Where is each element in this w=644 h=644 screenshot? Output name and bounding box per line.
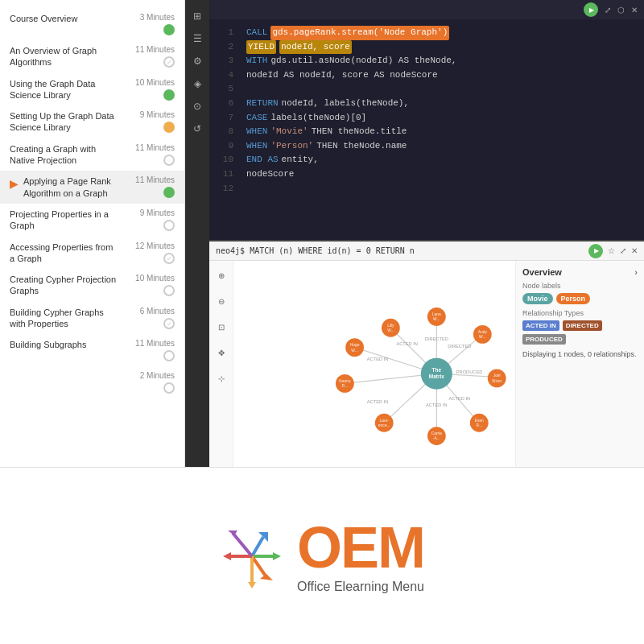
sidebar-item-graph-algorithms[interactable]: An Overview of Graph Algorithms 11 Minut…	[0, 40, 184, 73]
course-item-left: Creating a Graph with Native Projection	[10, 143, 118, 167]
toolbar-icon-4[interactable]: ◈	[189, 76, 205, 92]
graph-tool-select[interactable]: ⊹	[213, 370, 229, 386]
svg-point-35	[470, 414, 489, 432]
graph-overview-panel: Overview › Node labels Movie Person Rela…	[515, 261, 644, 467]
graph-tool-pan[interactable]: ✥	[213, 345, 229, 361]
graph-run-btn[interactable]	[588, 244, 603, 258]
course-item-right: 11 Minutes	[118, 45, 175, 68]
svg-point-32	[427, 427, 446, 445]
svg-text:R...: R...	[476, 423, 482, 427]
svg-text:-A...: -A...	[433, 436, 440, 440]
course-item-right: 9 Minutes	[118, 208, 175, 231]
sidebar-item-graph-data-science[interactable]: Using the Graph Data Science Library 10 …	[0, 73, 184, 106]
course-item-left: Course Overview	[10, 13, 118, 24]
svg-point-38	[488, 369, 506, 388]
course-item-title: Building Cypher Graphs with Properties	[10, 307, 118, 330]
sidebar-item-setting-up[interactable]: Setting Up the Graph Data Science Librar…	[0, 105, 184, 138]
svg-text:ACTED IN: ACTED IN	[396, 341, 418, 346]
graph-star-icon[interactable]: ☆	[608, 246, 615, 255]
svg-text:ACTED IN: ACTED IN	[426, 402, 448, 407]
code-maximize-btn[interactable]: ⤢	[605, 6, 611, 14]
line-number: 6	[219, 97, 233, 111]
code-token: entity,	[282, 153, 319, 167]
sidebar-item-accessing-properties[interactable]: Accessing Properties from a Graph 12 Min…	[0, 237, 184, 270]
sidebar-item-page-rank[interactable]: ▶ Applying a Page Rank Algorithm on a Gr…	[0, 171, 184, 204]
toolbar-icon-3[interactable]: ⚙	[189, 53, 205, 69]
course-duration: 11 Minutes	[135, 143, 175, 152]
svg-point-23	[345, 338, 364, 357]
course-item-left: Setting Up the Graph Data Science Librar…	[10, 110, 118, 134]
svg-text:Carrie: Carrie	[431, 431, 443, 436]
graph-tool-zoom-out[interactable]: ⊖	[213, 293, 229, 309]
movie-label-badge[interactable]: Movie	[522, 293, 553, 304]
toolbar-icon-6[interactable]: ↺	[189, 121, 205, 137]
overview-expand-btn[interactable]: ›	[634, 267, 638, 277]
line-number: 7	[219, 111, 233, 126]
toolbar-icon-5[interactable]: ⊙	[189, 98, 205, 114]
graph-query-bar: neo4j$ MATCH (n) WHERE id(n) = 0 RETURN …	[216, 246, 588, 255]
toolbar-icon-1[interactable]: ⊞	[189, 8, 205, 24]
run-query-button[interactable]	[584, 2, 598, 17]
code-line-5: 5	[219, 82, 634, 97]
toolbar-icon-2[interactable]: ☰	[189, 31, 205, 47]
sidebar-item-last-item[interactable]: 2 Minutes	[0, 366, 184, 398]
course-duration: 2 Minutes	[140, 371, 175, 380]
code-line-8: 8 WHEN 'Movie' THEN theNode.title	[219, 125, 634, 139]
course-item-left: Creating Cypher Projection Graphs	[10, 274, 118, 297]
status-dot	[163, 318, 175, 329]
course-duration: 11 Minutes	[135, 175, 175, 184]
svg-text:ACTED IN: ACTED IN	[367, 399, 389, 404]
course-item-left: Building Subgraphs	[10, 339, 118, 350]
code-token: nodeId AS nodeId, score AS nodeScore	[246, 68, 438, 83]
svg-text:Evan: Evan	[475, 419, 484, 423]
produced-badge[interactable]: PRODUCED	[522, 334, 566, 345]
code-token: CALL	[246, 26, 267, 40]
graph-close-icon[interactable]: ✕	[631, 246, 638, 255]
svg-marker-55	[223, 552, 231, 560]
status-dot	[163, 253, 175, 264]
node-labels: Movie Person	[522, 293, 638, 304]
code-token: WHEN	[246, 139, 267, 154]
code-token: YIELD	[246, 40, 276, 55]
code-expand-btn[interactable]: ⬡	[617, 6, 625, 14]
svg-marker-53	[248, 582, 256, 588]
graph-tool-fit[interactable]: ⊡	[213, 319, 229, 335]
status-dot	[163, 187, 175, 198]
sidebar-item-projecting-properties[interactable]: Projecting Properties in a Graph 9 Minut…	[0, 204, 184, 237]
svg-point-29	[375, 414, 394, 432]
svg-text:ence...: ence...	[378, 423, 390, 427]
svg-text:DIRECTED: DIRECTED	[425, 337, 448, 342]
course-item-title: Course Overview	[10, 13, 118, 24]
graph-tool-zoom-in[interactable]: ⊕	[213, 267, 229, 283]
status-dot	[163, 350, 175, 361]
dark-toolbar: ⊞ ☰ ⚙ ◈ ⊙ ↺	[185, 0, 209, 467]
line-number: 3	[219, 54, 233, 68]
sidebar-item-subgraphs[interactable]: Building Subgraphs 11 Minutes	[0, 334, 184, 366]
oem-tagline: Office Elearning Menu	[297, 580, 424, 594]
sidebar-item-cypher-projection[interactable]: Creating Cypher Projection Graphs 10 Min…	[0, 269, 184, 302]
svg-text:Silver: Silver	[492, 379, 502, 383]
svg-point-20	[382, 319, 400, 337]
course-item-right: 12 Minutes	[118, 242, 175, 264]
acted-in-badge[interactable]: ACTED IN	[522, 320, 559, 331]
directed-badge[interactable]: DIRECTED	[563, 320, 602, 331]
code-close-btn[interactable]: ✕	[631, 6, 638, 14]
graph-toolbar-right: ☆ ⤢ ✕	[588, 244, 638, 258]
person-label-badge[interactable]: Person	[556, 293, 591, 304]
course-item-left: Building Cypher Graphs with Properties	[10, 307, 118, 330]
sidebar-item-cypher-properties[interactable]: Building Cypher Graphs with Properties 6…	[0, 302, 184, 335]
code-token: THEN theNode.title	[312, 125, 407, 139]
sidebar-item-creating-graph[interactable]: Creating a Graph with Native Projection …	[0, 138, 184, 171]
sidebar-item-course-overview[interactable]: Course Overview 3 Minutes	[0, 8, 184, 40]
code-line-12: 12	[219, 182, 634, 196]
node-labels-label: Node labels	[522, 282, 638, 290]
graph-expand-icon[interactable]: ⤢	[620, 246, 626, 255]
svg-text:Lana: Lana	[432, 312, 441, 316]
course-duration: 11 Minutes	[135, 339, 175, 348]
display-text: Displaying 1 nodes, 0 relationships.	[522, 349, 638, 360]
rel-types: ACTED IN DIRECTED PRODUCED	[522, 320, 638, 345]
code-token: labels(theNode)[0]	[270, 111, 366, 126]
line-number: 5	[219, 82, 233, 97]
course-item-left: Projecting Properties in a Graph	[10, 208, 118, 232]
code-line-3: 3WITH gds.util.asNode(nodeId) AS theNode…	[219, 54, 634, 68]
